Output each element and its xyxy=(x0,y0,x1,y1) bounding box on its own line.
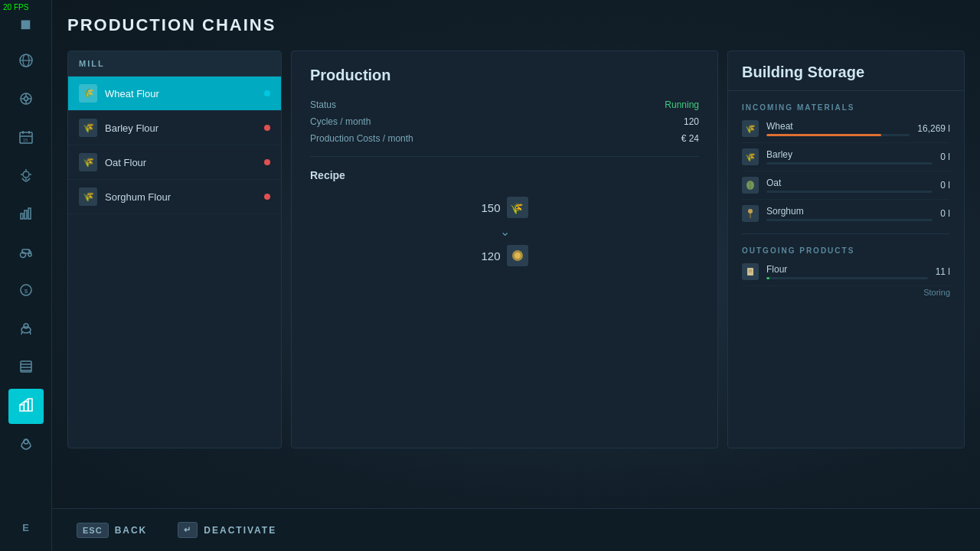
chain-item-wheat-flour[interactable]: 🌾 Wheat Flour xyxy=(68,77,281,111)
status-label: Status xyxy=(310,99,336,110)
sidebar-item-book[interactable] xyxy=(8,350,44,386)
sidebar-item-animal[interactable] xyxy=(8,312,44,347)
recipe-title: Recipe xyxy=(310,169,699,181)
barley-info: Barley xyxy=(766,149,933,165)
production-icon xyxy=(18,397,34,416)
svg-text:$: $ xyxy=(24,288,28,295)
svg-rect-38 xyxy=(28,399,32,411)
sidebar-item-map[interactable] xyxy=(8,427,44,462)
oat-flour-icon: 🌾 xyxy=(79,153,97,171)
svg-rect-19 xyxy=(21,214,23,219)
wheat-storage-icon: 🌾 xyxy=(742,120,759,137)
sidebar-item-e[interactable]: E xyxy=(8,510,44,545)
divider-1 xyxy=(310,156,699,157)
recipe-area: 150 🌾 ⌄ 120 xyxy=(310,197,699,266)
svg-point-44 xyxy=(514,253,521,259)
costs-value: € 24 xyxy=(681,133,699,144)
flour-info: Flour xyxy=(766,264,928,279)
calendar-icon: 15 xyxy=(18,129,34,148)
wheat-name: Wheat xyxy=(766,121,910,132)
flour-amount: 11 l xyxy=(936,266,950,277)
main-content: PRODUCTION CHAINS MILL 🌾 Wheat Flour 🌾 B… xyxy=(52,0,980,551)
map-icon xyxy=(18,435,34,455)
svg-point-4 xyxy=(24,96,28,100)
panel-chains: MILL 🌾 Wheat Flour 🌾 Barley Flour 🌾 Oat … xyxy=(67,51,282,448)
barley-flour-dot xyxy=(264,125,270,131)
sidebar-item-globe[interactable] xyxy=(8,44,44,80)
svg-rect-36 xyxy=(20,405,24,411)
incoming-section: INCOMING MATERIALS 🌾 Wheat 16,269 l 🌾 xyxy=(728,91,964,233)
svg-point-28 xyxy=(21,327,31,333)
barley-name: Barley xyxy=(766,149,933,160)
back-button[interactable]: ESC BACK xyxy=(67,518,156,543)
svg-line-31 xyxy=(30,331,31,334)
storage-item-barley: 🌾 Barley 0 l xyxy=(742,143,950,171)
storage-item-oat: Oat 0 l xyxy=(742,171,950,200)
deactivate-key: ↵ xyxy=(178,522,198,538)
wheat-flour-label: Wheat Flour xyxy=(105,88,256,99)
storage-item-flour: Flour 11 l xyxy=(742,258,950,286)
cycles-label: Cycles / month xyxy=(310,116,371,127)
svg-rect-37 xyxy=(24,402,28,411)
recipe-output: 120 xyxy=(481,245,528,266)
svg-rect-21 xyxy=(28,208,31,219)
panels-container: MILL 🌾 Wheat Flour 🌾 Barley Flour 🌾 Oat … xyxy=(67,51,965,448)
sorghum-info: Sorghum xyxy=(766,206,933,221)
sidebar-item-coin[interactable]: $ xyxy=(8,274,44,309)
e-icon: E xyxy=(22,522,29,533)
chart-icon xyxy=(18,206,34,225)
chain-item-oat-flour[interactable]: 🌾 Oat Flour xyxy=(68,145,281,180)
outgoing-section: OUTGOING PRODUCTS Flour 11 l Storing xyxy=(728,234,964,308)
oat-storage-icon xyxy=(742,177,759,194)
wheat-amount: 16,269 l xyxy=(917,123,950,134)
flour-name: Flour xyxy=(766,264,928,275)
wheat-bar-fill xyxy=(766,134,881,136)
oat-flour-label: Oat Flour xyxy=(105,157,256,168)
barley-flour-icon: 🌾 xyxy=(79,119,97,137)
flour-bar xyxy=(766,277,928,279)
storage-item-sorghum: Sorghum 0 l xyxy=(742,200,950,227)
mill-header: MILL xyxy=(68,51,281,77)
page-title: PRODUCTION CHAINS xyxy=(67,15,965,35)
globe-icon xyxy=(18,53,34,72)
costs-row: Production Costs / month € 24 xyxy=(310,133,699,144)
recipe-input-icon: 🌾 xyxy=(507,197,528,218)
deactivate-button[interactable]: ↵ DEACTIVATE xyxy=(168,517,286,543)
storage-title: Building Storage xyxy=(728,51,964,91)
sidebar-item-tractor[interactable] xyxy=(8,236,44,271)
sidebar-item-wheel[interactable] xyxy=(8,83,44,118)
tractor-icon xyxy=(18,244,34,263)
sidebar-item-chart[interactable] xyxy=(8,197,44,233)
wheat-bar xyxy=(766,134,910,136)
oat-amount: 0 l xyxy=(940,180,950,191)
sidebar-item-calendar[interactable]: 15 xyxy=(8,121,44,156)
sorghum-flour-icon: 🌾 xyxy=(79,187,97,206)
fps-counter: 20 FPS xyxy=(3,3,28,11)
svg-rect-20 xyxy=(24,210,27,219)
sidebar: ◼ 15 $ xyxy=(0,0,52,551)
costs-label: Production Costs / month xyxy=(310,133,413,144)
sorghum-bar xyxy=(766,219,933,221)
sorghum-flour-dot xyxy=(264,194,270,200)
chain-item-sorghum-flour[interactable]: 🌾 Sorghum Flour xyxy=(68,180,281,214)
sorghum-storage-icon xyxy=(742,205,759,222)
panel-production: Production Status Running Cycles / month… xyxy=(291,51,718,448)
oat-flour-dot xyxy=(264,159,270,165)
recipe-arrow-icon: ⌄ xyxy=(500,224,510,239)
storage-item-wheat: 🌾 Wheat 16,269 l xyxy=(742,115,950,143)
animal-icon xyxy=(18,321,34,340)
deactivate-label: DEACTIVATE xyxy=(204,525,276,536)
wheat-flour-icon: 🌾 xyxy=(79,84,97,103)
flour-bar-fill xyxy=(766,277,769,279)
svg-rect-24 xyxy=(22,249,29,253)
recipe-output-icon xyxy=(507,245,528,266)
sidebar-item-weather[interactable] xyxy=(8,159,44,194)
cycles-value: 120 xyxy=(684,116,699,127)
back-label: BACK xyxy=(115,525,148,536)
oat-info: Oat xyxy=(766,178,933,193)
panel-storage: Building Storage INCOMING MATERIALS 🌾 Wh… xyxy=(727,51,965,448)
book-icon xyxy=(18,359,34,378)
sidebar-item-production[interactable] xyxy=(8,389,44,424)
chain-item-barley-flour[interactable]: 🌾 Barley Flour xyxy=(68,111,281,145)
status-row: Status Running xyxy=(310,99,699,110)
